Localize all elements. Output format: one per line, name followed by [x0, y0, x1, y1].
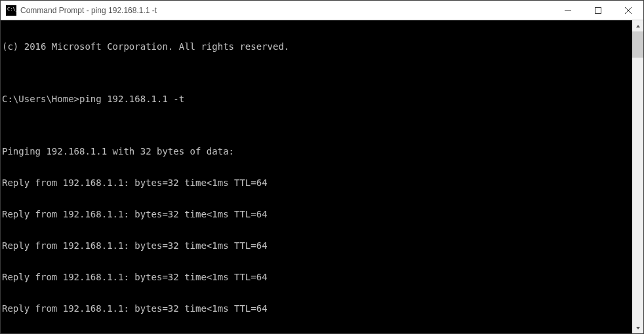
- reply-line: Reply from 192.168.1.1: bytes=32 time<1m…: [2, 303, 632, 314]
- window-controls: [553, 1, 643, 20]
- close-icon: [625, 7, 632, 14]
- reply-line: Reply from 192.168.1.1: bytes=32 time<1m…: [2, 209, 632, 219]
- chevron-up-icon: [635, 24, 641, 29]
- cmd-icon: [6, 5, 16, 16]
- minimize-button[interactable]: [553, 1, 583, 20]
- command-prompt-window: Command Prompt - ping 192.168.1.1 -t (c)…: [0, 0, 644, 334]
- copyright-line: (c) 2016 Microsoft Corporation. All righ…: [2, 41, 632, 52]
- maximize-icon: [595, 7, 601, 14]
- minimize-icon: [565, 7, 571, 14]
- ping-header-line: Pinging 192.168.1.1 with 32 bytes of dat…: [2, 146, 632, 157]
- prompt-line: C:\Users\Home>ping 192.168.1.1 -t: [2, 94, 632, 104]
- window-title: Command Prompt - ping 192.168.1.1 -t: [20, 6, 553, 15]
- titlebar[interactable]: Command Prompt - ping 192.168.1.1 -t: [1, 1, 643, 20]
- reply-line: Reply from 192.168.1.1: bytes=32 time<1m…: [2, 240, 632, 251]
- reply-line: Reply from 192.168.1.1: bytes=32 time<1m…: [2, 177, 632, 188]
- svg-marker-4: [636, 25, 640, 28]
- svg-marker-5: [636, 327, 640, 329]
- terminal-output[interactable]: (c) 2016 Microsoft Corporation. All righ…: [1, 20, 632, 333]
- maximize-button[interactable]: [583, 1, 613, 20]
- scrollbar-thumb[interactable]: [632, 31, 643, 58]
- close-button[interactable]: [613, 1, 643, 20]
- chevron-down-icon: [635, 325, 641, 331]
- svg-rect-1: [595, 7, 601, 13]
- scroll-up-button[interactable]: [632, 20, 643, 31]
- reply-line: Reply from 192.168.1.1: bytes=32 time<1m…: [2, 272, 632, 282]
- scrollbar-track[interactable]: [632, 31, 643, 322]
- content-area: (c) 2016 Microsoft Corporation. All righ…: [1, 20, 643, 333]
- vertical-scrollbar[interactable]: [632, 20, 643, 333]
- scroll-down-button[interactable]: [632, 322, 643, 333]
